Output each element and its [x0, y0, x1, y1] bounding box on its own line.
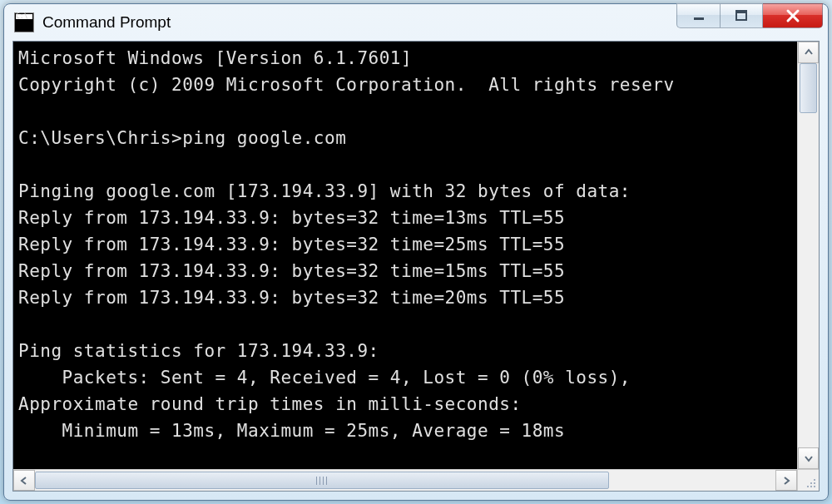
resize-grip[interactable]: [797, 469, 819, 491]
bottom-scroll-row: [13, 469, 819, 491]
scroll-right-button[interactable]: [775, 470, 797, 491]
chevron-right-icon: [782, 477, 790, 485]
window-controls: [676, 3, 823, 28]
scroll-left-button[interactable]: [13, 470, 35, 491]
resize-grip-icon: [805, 477, 816, 488]
minimize-icon: [692, 9, 706, 22]
horizontal-scrollbar[interactable]: [13, 469, 797, 491]
vertical-scroll-thumb[interactable]: [800, 63, 817, 113]
scroll-up-button[interactable]: [798, 42, 819, 63]
minimize-button[interactable]: [676, 3, 720, 28]
svg-rect-2: [736, 11, 746, 13]
maximize-icon: [735, 9, 748, 22]
svg-point-7: [810, 486, 812, 487]
horizontal-scroll-thumb[interactable]: [35, 472, 609, 489]
console-wrap: Microsoft Windows [Version 6.1.7601] Cop…: [13, 42, 819, 469]
close-icon: [785, 7, 801, 24]
svg-point-8: [814, 486, 815, 487]
client-area: Microsoft Windows [Version 6.1.7601] Cop…: [12, 41, 820, 492]
svg-point-6: [807, 486, 809, 487]
horizontal-scroll-track[interactable]: [35, 470, 775, 491]
svg-rect-0: [694, 17, 704, 20]
cmd-app-icon: [14, 12, 34, 32]
chevron-left-icon: [20, 477, 28, 485]
scroll-down-button[interactable]: [798, 447, 819, 469]
svg-point-4: [810, 482, 812, 484]
chevron-down-icon: [805, 454, 813, 462]
vertical-scrollbar[interactable]: [797, 42, 819, 469]
chevron-up-icon: [805, 48, 813, 57]
svg-point-3: [814, 479, 815, 481]
close-button[interactable]: [763, 3, 823, 28]
maximize-button[interactable]: [720, 3, 763, 28]
vertical-scroll-track[interactable]: [798, 63, 819, 447]
window-title: Command Prompt: [42, 13, 676, 32]
command-prompt-window: Command Prompt Microsoft Windows: [3, 3, 829, 501]
svg-point-5: [814, 482, 815, 484]
console-output[interactable]: Microsoft Windows [Version 6.1.7601] Cop…: [13, 42, 797, 469]
titlebar[interactable]: Command Prompt: [4, 4, 828, 41]
